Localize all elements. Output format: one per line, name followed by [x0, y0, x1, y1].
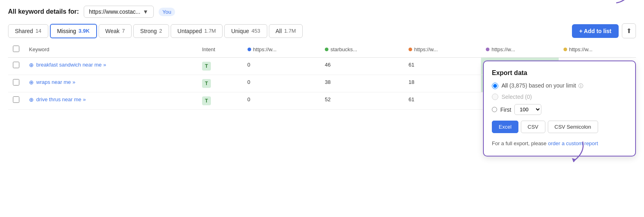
url-dropdown[interactable]: https://www.costac... ▼ — [84, 6, 153, 18]
intent-cell-1: T — [197, 75, 243, 92]
data-cell-2-col1: 0 — [243, 92, 320, 110]
tab-missing[interactable]: Missing 3.9K — [50, 24, 97, 38]
export-option-all: All (3,875) based on your limit ⓘ — [492, 82, 627, 90]
col-header-col3: https://w... — [404, 42, 481, 58]
plus-icon-2: ⊕ — [29, 96, 34, 103]
tab-count-unique: 453 — [252, 28, 260, 34]
order-custom-report-link[interactable]: order a custom report — [548, 140, 598, 146]
tab-all[interactable]: All 1.7M — [269, 24, 303, 38]
row-checkbox-2[interactable] — [13, 96, 19, 103]
tab-untapped[interactable]: Untapped 1.7M — [171, 24, 223, 38]
intent-cell-2: T — [197, 92, 243, 110]
col-dot-col2: starbucks... — [325, 46, 357, 52]
keyword-link-0[interactable]: ⊕breakfast sandwich near me » — [29, 62, 192, 68]
dot-col3 — [409, 48, 412, 51]
tab-count-untapped: 1.7M — [204, 28, 216, 34]
col-header-col5: https://w... — [559, 42, 636, 58]
intent-badge-2: T — [202, 96, 211, 105]
export-first-label: First — [500, 106, 511, 113]
tab-label-all: All — [276, 28, 282, 34]
export-panel: Export data All (3,875) based on your li… — [483, 61, 636, 156]
tab-weak[interactable]: Weak 7 — [99, 24, 132, 38]
data-cell-2-col2: 52 — [320, 92, 404, 110]
format-buttons-row: ExcelCSVCSV Semicolon — [492, 121, 627, 133]
select-all-checkbox[interactable] — [13, 46, 19, 52]
export-icon: ⬆ — [626, 27, 632, 35]
col-header-intent: Intent — [197, 42, 243, 58]
plus-icon-0: ⊕ — [29, 62, 34, 68]
arrow-right-2: » — [83, 96, 86, 102]
dot-col5 — [564, 48, 567, 51]
add-to-list-button[interactable]: + Add to list — [572, 24, 619, 38]
keyword-link-1[interactable]: ⊕wraps near me » — [29, 79, 192, 86]
col-dot-col3: https://w... — [409, 46, 438, 52]
svg-marker-1 — [572, 158, 576, 162]
dot-col4 — [486, 48, 489, 51]
url-display: https://www.costac... — [89, 8, 140, 15]
export-note: For a full export, please order a custom… — [492, 140, 627, 148]
export-option-selected: Selected (0) — [492, 94, 627, 100]
col-dot-col5: https://w... — [564, 46, 593, 52]
info-icon: ⓘ — [578, 83, 583, 89]
tab-count-missing: 3.9K — [78, 28, 89, 34]
col-header-col4: https://w... — [481, 42, 558, 58]
tab-label-unique: Unique — [231, 28, 249, 34]
you-badge: You — [159, 8, 175, 16]
export-all-radio[interactable] — [492, 83, 498, 89]
tab-count-strong: 2 — [159, 28, 162, 34]
row-checkbox-1[interactable] — [13, 79, 19, 86]
tab-shared[interactable]: Shared 14 — [8, 24, 48, 38]
intent-badge-1: T — [202, 79, 211, 88]
tabs-right: + Add to list ⬆ — [572, 23, 636, 38]
export-all-label: All (3,875) based on your limit ⓘ — [502, 82, 583, 90]
export-panel-title: Export data — [492, 69, 627, 77]
col-header-checkbox — [8, 42, 24, 58]
tab-label-missing: Missing — [57, 28, 76, 34]
export-selected-radio[interactable] — [492, 94, 498, 100]
data-cell-0-col3: 61 — [404, 58, 481, 75]
col-header-col1: https://w... — [243, 42, 320, 58]
col-header-col2: starbucks... — [320, 42, 404, 58]
header: All keyword details for: https://www.cos… — [0, 0, 644, 23]
col-dot-col1: https://w... — [248, 46, 277, 52]
format-btn-excel[interactable]: Excel — [492, 121, 518, 133]
export-option-first-row: First 100 500 1000 — [492, 104, 627, 115]
tab-count-all: 1.7M — [284, 28, 296, 34]
tab-label-strong: Strong — [140, 28, 157, 34]
data-cell-1-col1: 0 — [243, 75, 320, 92]
export-first-radio[interactable] — [492, 107, 497, 112]
dot-col1 — [248, 48, 251, 51]
keyword-cell-0: ⊕breakfast sandwich near me » — [24, 58, 197, 75]
arrow-right-0: » — [103, 62, 106, 68]
keyword-cell-2: ⊕drive thrus near me » — [24, 92, 197, 110]
data-cell-2-col3: 61 — [404, 92, 481, 110]
tab-count-shared: 14 — [35, 28, 41, 34]
col-dot-col4: https://w... — [486, 46, 515, 52]
plus-icon-1: ⊕ — [29, 79, 34, 86]
chevron-down-icon: ▼ — [143, 8, 149, 15]
intent-cell-0: T — [197, 58, 243, 75]
row-checkbox-0[interactable] — [13, 62, 19, 68]
dot-col2 — [325, 48, 328, 51]
keyword-cell-1: ⊕wraps near me » — [24, 75, 197, 92]
col-header-keyword: Keyword — [24, 42, 197, 58]
tab-unique[interactable]: Unique 453 — [224, 24, 267, 38]
export-selected-label: Selected (0) — [502, 94, 532, 100]
export-first-select[interactable]: 100 500 1000 — [514, 104, 541, 115]
tab-count-weak: 7 — [122, 28, 125, 34]
data-cell-1-col3: 18 — [404, 75, 481, 92]
format-btn-csv[interactable]: CSV — [521, 121, 545, 133]
data-cell-0-col1: 0 — [243, 58, 320, 75]
arrow-right-1: » — [72, 79, 75, 85]
intent-badge-0: T — [202, 62, 211, 71]
data-cell-0-col2: 46 — [320, 58, 404, 75]
page-title: All keyword details for: — [8, 8, 79, 15]
tab-label-weak: Weak — [105, 28, 120, 34]
tabs-row: Shared 14Missing 3.9KWeak 7Strong 2Untap… — [0, 23, 644, 38]
tab-strong[interactable]: Strong 2 — [133, 24, 169, 38]
format-btn-csv-semicolon[interactable]: CSV Semicolon — [548, 121, 598, 133]
keyword-link-2[interactable]: ⊕drive thrus near me » — [29, 96, 192, 103]
tab-label-shared: Shared — [15, 28, 33, 34]
export-button[interactable]: ⬆ — [622, 23, 636, 38]
tab-label-untapped: Untapped — [178, 28, 202, 34]
